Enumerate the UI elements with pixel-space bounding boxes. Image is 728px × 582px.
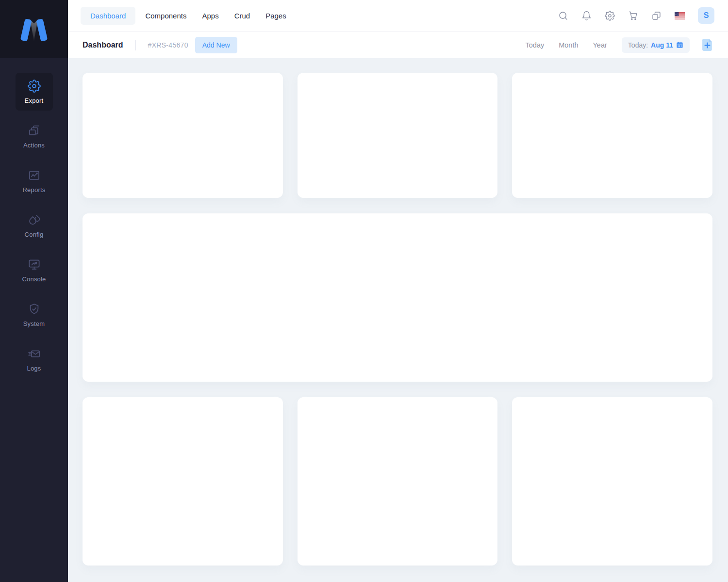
filter-year[interactable]: Year — [593, 41, 607, 49]
bottom-card-row — [83, 397, 712, 566]
date-value: Aug 11 — [651, 41, 673, 49]
main-menu: Dashboard Components Apps Crud Pages — [81, 7, 292, 25]
sidebar-item-config[interactable]: Config — [16, 207, 53, 244]
sidebar-item-logs[interactable]: Logs — [16, 340, 53, 378]
nav-actions: S — [558, 7, 714, 24]
nav-item-pages[interactable]: Pages — [260, 7, 292, 25]
sidebar-item-label: Actions — [17, 142, 51, 149]
widget-card — [83, 397, 283, 566]
dashboard-content — [68, 58, 728, 582]
sidebar-item-actions[interactable]: Actions — [16, 117, 53, 155]
wide-widget-card — [83, 213, 712, 382]
widget-card — [512, 73, 712, 198]
sidebar: Export Actions Reports — [0, 0, 68, 582]
page-reference: #XRS-45670 — [148, 41, 188, 49]
sidebar-item-reports[interactable]: Reports — [16, 162, 53, 200]
date-label: Today: — [628, 41, 648, 49]
widget-card — [512, 397, 712, 566]
cart-icon[interactable] — [628, 11, 638, 21]
new-file-plus-button[interactable] — [701, 38, 713, 51]
nav-item-crud[interactable]: Crud — [229, 7, 256, 25]
monitor-icon — [17, 258, 51, 271]
layers-icon — [17, 124, 51, 137]
nav-item-components[interactable]: Components — [139, 7, 192, 25]
sidebar-item-system[interactable]: System — [16, 296, 53, 334]
page-toolbar: Dashboard #XRS-45670 Add New Today Month… — [68, 31, 728, 58]
nav-item-apps[interactable]: Apps — [196, 7, 224, 25]
sidebar-item-export[interactable]: Export — [16, 73, 53, 111]
app-logo[interactable] — [0, 0, 68, 58]
add-new-button[interactable]: Add New — [195, 37, 237, 53]
bell-icon[interactable] — [581, 11, 592, 21]
sidebar-item-label: System — [17, 320, 51, 327]
date-picker-chip[interactable]: Today: Aug 11 — [622, 37, 690, 53]
sidebar-item-label: Export — [17, 97, 51, 104]
user-avatar[interactable]: S — [698, 7, 714, 24]
droplets-icon — [17, 213, 51, 226]
sidebar-item-label: Logs — [17, 365, 51, 372]
gear-icon[interactable] — [605, 11, 615, 21]
filter-today[interactable]: Today — [526, 41, 545, 49]
filter-month[interactable]: Month — [559, 41, 578, 49]
sidebar-item-label: Reports — [17, 186, 51, 194]
calendar-icon — [676, 41, 683, 48]
divider — [135, 40, 136, 50]
page-title: Dashboard — [83, 41, 123, 49]
widget-card — [298, 73, 498, 198]
nav-item-dashboard[interactable]: Dashboard — [81, 7, 135, 25]
widget-card — [83, 73, 283, 198]
copy-icon[interactable] — [651, 11, 662, 21]
top-navbar: Dashboard Components Apps Crud Pages — [68, 0, 728, 31]
search-icon[interactable] — [558, 11, 568, 21]
shield-check-icon — [17, 303, 51, 316]
widget-card — [298, 397, 498, 566]
brand-m-logo — [18, 16, 50, 42]
chart-frame-icon — [17, 169, 51, 182]
sidebar-item-label: Config — [17, 231, 51, 238]
sidebar-item-label: Console — [17, 275, 51, 283]
top-card-row — [83, 73, 712, 198]
toolbar-right: Today Month Year Today: Aug 11 — [526, 37, 713, 53]
gear-icon — [17, 80, 51, 93]
main-column: Dashboard Components Apps Crud Pages — [68, 0, 728, 582]
us-flag-icon[interactable] — [675, 12, 685, 19]
sidebar-item-console[interactable]: Console — [16, 251, 53, 289]
send-mail-icon — [17, 347, 51, 360]
sidebar-menu: Export Actions Reports — [0, 58, 68, 385]
